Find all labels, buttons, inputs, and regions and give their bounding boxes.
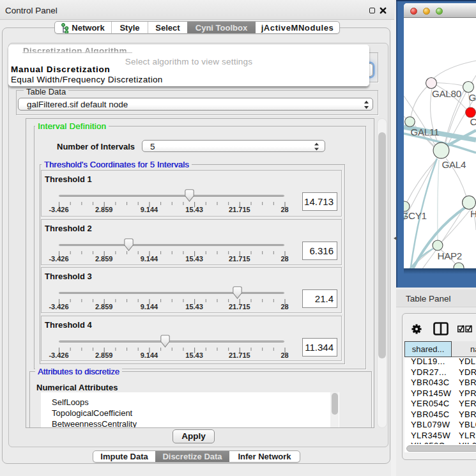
- svg-text:GAL11: GAL11: [411, 127, 440, 137]
- svg-text:GAL80: GAL80: [432, 88, 461, 99]
- svg-text:GAL4: GAL4: [442, 159, 466, 170]
- svg-text:HA: HA: [470, 208, 476, 219]
- svg-text:HAP2: HAP2: [438, 250, 462, 261]
- svg-text:GCY1: GCY1: [404, 210, 427, 221]
- svg-text:GA: GA: [469, 92, 476, 103]
- svg-text:C: C: [470, 116, 476, 127]
